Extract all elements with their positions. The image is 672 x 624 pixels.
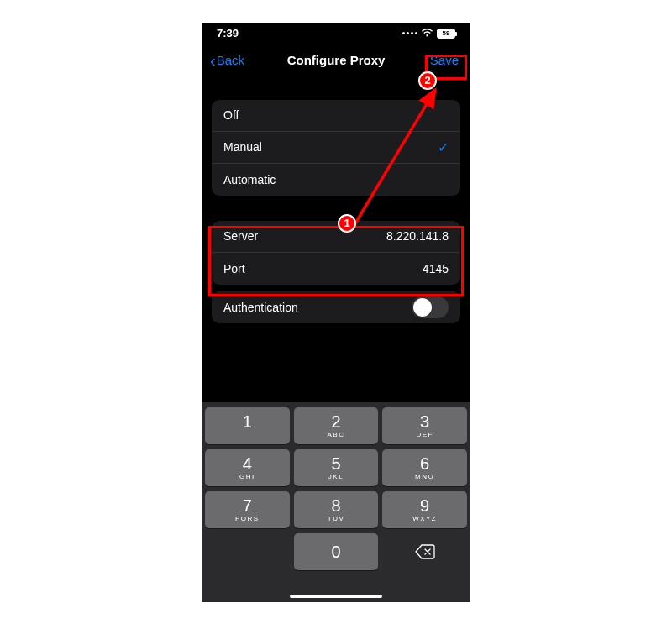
status-bar: 7:39 59 (202, 23, 470, 45)
wifi-icon (421, 29, 433, 38)
key-3[interactable]: 3DEF (382, 407, 467, 444)
key-5[interactable]: 5JKL (294, 449, 379, 486)
toggle-knob (413, 298, 432, 317)
backspace-icon (415, 544, 435, 559)
key-7[interactable]: 7PQRS (205, 491, 290, 528)
mode-off-label: Off (223, 108, 239, 122)
mode-option-off[interactable]: Off (212, 100, 460, 132)
key-9[interactable]: 9WXYZ (382, 491, 467, 528)
status-icons: 59 (402, 29, 455, 39)
annotation-box-serverport (208, 226, 464, 296)
check-icon: ✓ (438, 139, 449, 155)
phone-screen: 7:39 59 ‹ Back Configure Proxy Save Off … (202, 23, 470, 602)
annotation-badge-1: 1 (338, 214, 356, 233)
mode-manual-label: Manual (223, 140, 262, 154)
proxy-mode-section: Off Manual ✓ Automatic (212, 100, 460, 196)
back-label: Back (217, 53, 244, 67)
mode-option-automatic[interactable]: Automatic (212, 164, 460, 196)
mode-option-manual[interactable]: Manual ✓ (212, 132, 460, 164)
app-switcher-icon (402, 32, 417, 34)
home-indicator[interactable] (290, 595, 382, 598)
numeric-keyboard: 1 2ABC 3DEF 4GHI 5JKL 6MNO 7PQRS 8TUV 9W… (202, 402, 470, 602)
key-0[interactable]: 0 (294, 533, 379, 570)
key-4[interactable]: 4GHI (205, 449, 290, 486)
page-title: Configure Proxy (287, 53, 386, 67)
key-8[interactable]: 8TUV (294, 491, 379, 528)
key-spacer (205, 533, 290, 570)
back-button[interactable]: ‹ Back (210, 52, 244, 69)
chevron-left-icon: ‹ (210, 52, 216, 69)
key-2[interactable]: 2ABC (294, 407, 379, 444)
auth-toggle[interactable] (412, 296, 449, 318)
auth-label: Authentication (223, 301, 298, 314)
key-1[interactable]: 1 (205, 407, 290, 444)
annotation-badge-2: 2 (418, 71, 437, 90)
status-time: 7:39 (217, 27, 239, 39)
mode-automatic-label: Automatic (223, 173, 276, 186)
battery-icon: 59 (437, 29, 455, 39)
key-6[interactable]: 6MNO (382, 449, 467, 486)
backspace-key[interactable] (382, 533, 467, 570)
